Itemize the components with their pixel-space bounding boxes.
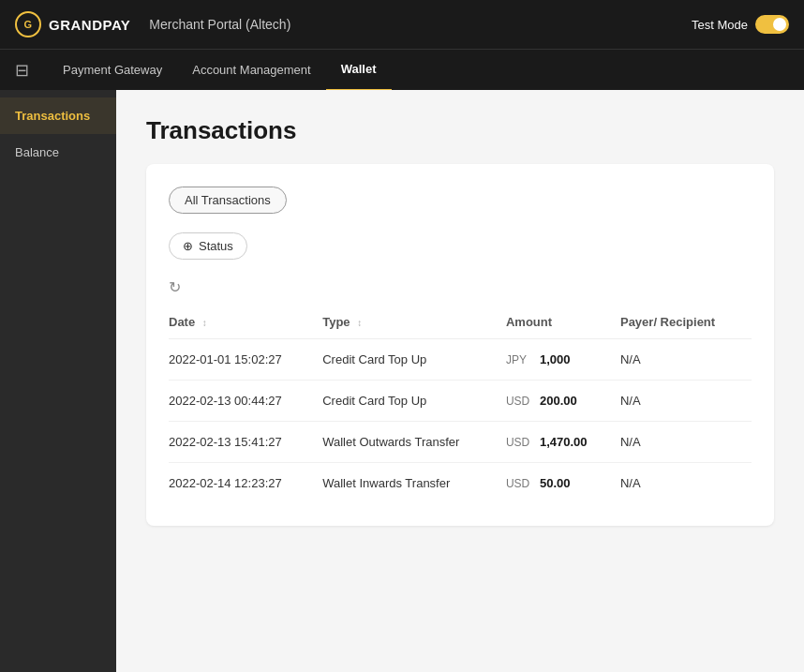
all-transactions-button[interactable]: All Transactions <box>169 187 287 214</box>
table-row: 2022-02-13 15:41:27Wallet Outwards Trans… <box>169 422 752 463</box>
col-payer: Payer/ Recipient <box>620 307 752 339</box>
table-row: 2022-02-14 12:23:27Wallet Inwards Transf… <box>169 463 752 504</box>
cell-type: Wallet Inwards Transfer <box>322 463 506 504</box>
amount-value: 1,470.00 <box>540 435 588 449</box>
amount-value: 50.00 <box>540 476 571 490</box>
cell-payer: N/A <box>620 381 752 422</box>
sidebar-item-transactions[interactable]: Transactions <box>0 97 116 134</box>
amount-value: 200.00 <box>540 394 577 408</box>
transactions-card: All Transactions ⊕ Status ↻ Date ↕ <box>146 164 774 526</box>
sidebar-toggle-icon[interactable]: ⊟ <box>15 60 29 81</box>
cell-type: Wallet Outwards Transfer <box>322 422 506 463</box>
logo-text: GRANDPAY <box>49 17 130 33</box>
amount-value: 1,000 <box>540 352 571 366</box>
cell-type: Credit Card Top Up <box>322 339 506 381</box>
merchant-label: Merchant Portal (Altech) <box>149 17 290 32</box>
status-plus-icon: ⊕ <box>183 239 193 253</box>
col-date: Date ↕ <box>169 307 322 339</box>
transactions-table: Date ↕ Type ↕ Amount Payer/ Recipient <box>169 307 752 503</box>
logo-g: G <box>23 19 32 30</box>
cell-payer: N/A <box>620 339 752 381</box>
sidebar-item-balance[interactable]: Balance <box>0 134 116 171</box>
cell-date: 2022-01-01 15:02:27 <box>169 339 322 381</box>
test-mode-toggle[interactable] <box>755 15 789 34</box>
col-type: Type ↕ <box>322 307 506 339</box>
layout: Transactions Balance Transactions All Tr… <box>0 90 804 672</box>
status-label: Status <box>199 239 233 253</box>
currency-label: USD <box>506 395 532 408</box>
col-amount: Amount <box>506 307 620 339</box>
cell-payer: N/A <box>620 463 752 504</box>
cell-amount: USD200.00 <box>506 381 620 422</box>
date-sort-icon[interactable]: ↕ <box>202 318 207 328</box>
subnav-item-account-management[interactable]: Account Management <box>177 50 325 91</box>
logo-icon: G <box>15 11 41 37</box>
status-filter-row: ⊕ Status <box>169 232 752 260</box>
cell-payer: N/A <box>620 422 752 463</box>
topbar: G GRANDPAY Merchant Portal (Altech) Test… <box>0 0 804 49</box>
status-filter-button[interactable]: ⊕ Status <box>169 232 247 260</box>
page-title: Transactions <box>146 116 774 145</box>
cell-date: 2022-02-14 12:23:27 <box>169 463 322 504</box>
currency-label: JPY <box>506 353 532 366</box>
subnav-item-payment-gateway[interactable]: Payment Gateway <box>48 50 177 91</box>
cell-date: 2022-02-13 00:44:27 <box>169 381 322 422</box>
cell-amount: USD1,470.00 <box>506 422 620 463</box>
table-row: 2022-01-01 15:02:27Credit Card Top UpJPY… <box>169 339 752 381</box>
sidebar: Transactions Balance <box>0 90 116 672</box>
currency-label: USD <box>506 477 532 490</box>
cell-date: 2022-02-13 15:41:27 <box>169 422 322 463</box>
test-mode-label: Test Mode <box>692 18 748 32</box>
cell-amount: USD50.00 <box>506 463 620 504</box>
test-mode-badge: Test Mode <box>692 15 789 34</box>
subnav: ⊟ Payment Gateway Account Management Wal… <box>0 49 804 90</box>
currency-label: USD <box>506 436 532 449</box>
refresh-button[interactable]: ↻ <box>169 278 181 296</box>
logo: G GRANDPAY <box>15 11 130 37</box>
table-row: 2022-02-13 00:44:27Credit Card Top UpUSD… <box>169 381 752 422</box>
cell-type: Credit Card Top Up <box>322 381 506 422</box>
main-content: Transactions All Transactions ⊕ Status ↻ <box>116 90 804 672</box>
table-header-row: Date ↕ Type ↕ Amount Payer/ Recipient <box>169 307 752 339</box>
filter-bar: All Transactions <box>169 187 752 214</box>
type-sort-icon[interactable]: ↕ <box>357 318 362 328</box>
subnav-item-wallet[interactable]: Wallet <box>326 50 392 91</box>
cell-amount: JPY1,000 <box>506 339 620 381</box>
